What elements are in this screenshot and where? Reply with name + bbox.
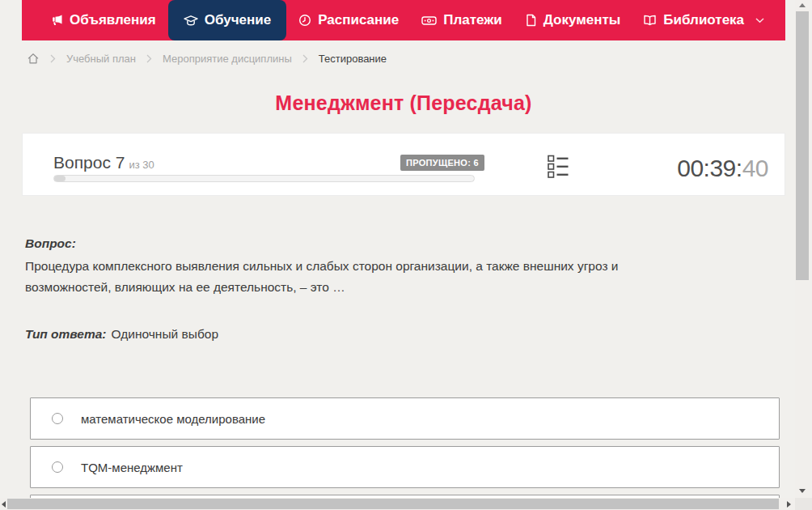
nav-item-announcements[interactable]: Объявления	[39, 0, 167, 40]
horizontal-scrollbar[interactable]	[0, 498, 795, 510]
question-label: Вопрос:	[25, 236, 76, 251]
answer-option-2[interactable]: TQM-менеджмент	[30, 446, 780, 488]
megaphone-icon	[50, 14, 63, 27]
nav-item-label: Документы	[543, 12, 621, 28]
clock-icon	[298, 14, 311, 27]
answer-type: Тип ответа:Одиночный выбор	[25, 327, 218, 342]
nav-item-label: Библиотека	[663, 12, 744, 28]
chevron-right-icon	[302, 54, 308, 63]
nav-item-label: Расписание	[318, 12, 399, 28]
nav-item-label: Платежи	[443, 12, 502, 28]
progress-bar-fill	[54, 176, 66, 181]
scroll-right-arrow[interactable]	[787, 501, 791, 508]
answer-type-value: Одиночный выбор	[112, 327, 219, 341]
lms-test-page: Объявления Обучение Расписание Плат	[0, 0, 812, 510]
question-total: из 30	[129, 159, 154, 171]
nav-item-education[interactable]: Обучение	[168, 0, 286, 40]
timer: 00:39:40	[677, 155, 768, 182]
chevron-right-icon	[146, 54, 152, 63]
nav-item-label: Обучение	[205, 12, 271, 28]
page-title: Менеджмент (Пересдача)	[22, 91, 785, 115]
nav-item-library[interactable]: Библиотека	[632, 0, 776, 40]
skipped-badge: ПРОПУЩЕНО: 6	[400, 155, 484, 171]
question-list-icon[interactable]	[548, 155, 569, 182]
chevron-down-icon	[755, 18, 764, 23]
answer-option-label: TQM-менеджмент	[81, 461, 183, 474]
home-icon[interactable]	[27, 52, 40, 66]
nav-item-label: Объявления	[70, 12, 156, 28]
breadcrumb: Учебный план Мероприятие дисциплины Тест…	[27, 50, 387, 66]
answer-type-label: Тип ответа:	[25, 327, 107, 341]
graduation-cap-icon	[184, 15, 198, 27]
nav-item-payments[interactable]: Платежи	[410, 0, 514, 40]
scroll-down-arrow[interactable]	[799, 489, 806, 493]
vertical-scrollbar[interactable]	[795, 0, 810, 498]
banknote-icon	[421, 15, 437, 27]
progress-bar	[53, 175, 475, 182]
answer-option-label: математическое моделирование	[81, 412, 265, 426]
question-text: Процедура комплексного выявления сильных…	[25, 256, 700, 298]
chevron-right-icon	[50, 54, 56, 63]
question-number: Вопрос 7из 30	[53, 153, 154, 172]
breadcrumb-item-testing: Тестирование	[319, 53, 387, 65]
vertical-scrollbar-thumb[interactable]	[796, 11, 809, 280]
question-header-card: Вопрос 7из 30 ПРОПУЩЕНО: 6 00:39:40	[22, 133, 785, 196]
nav-item-schedule[interactable]: Расписание	[287, 0, 410, 40]
scroll-left-arrow[interactable]	[2, 501, 6, 508]
radio-button[interactable]	[52, 413, 63, 424]
document-icon	[525, 14, 537, 27]
answer-option-1[interactable]: математическое моделирование	[30, 397, 780, 440]
main-nav: Объявления Обучение Расписание Плат	[22, 0, 785, 40]
timer-minutes: 00:39:	[677, 155, 742, 181]
scroll-up-arrow[interactable]	[799, 3, 806, 7]
timer-seconds: 40	[742, 155, 768, 181]
radio-button[interactable]	[52, 461, 63, 473]
nav-item-documents[interactable]: Документы	[514, 0, 632, 40]
book-icon	[643, 15, 657, 27]
horizontal-scrollbar-thumb[interactable]	[7, 499, 779, 509]
scrollbar-corner	[795, 498, 812, 510]
breadcrumb-item-curriculum[interactable]: Учебный план	[66, 53, 136, 65]
breadcrumb-item-discipline-event[interactable]: Мероприятие дисциплины	[163, 53, 292, 65]
